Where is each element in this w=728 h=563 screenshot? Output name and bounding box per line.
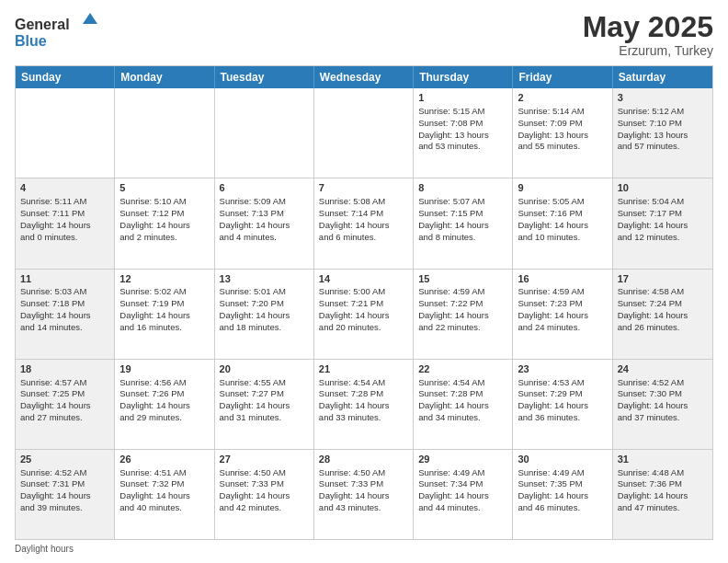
page-title: May 2025 [583,11,713,43]
day-info-line: Daylight: 14 hours [220,490,309,502]
day-info-line: Sunrise: 4:54 AM [319,377,408,389]
day-number: 16 [518,272,607,286]
day-info-line: Daylight: 14 hours [518,400,607,412]
day-cell-15: 15Sunrise: 4:59 AMSunset: 7:22 PMDayligh… [414,270,513,359]
svg-text:General: General [15,17,70,32]
day-number: 11 [20,272,109,286]
day-info-line: Daylight: 14 hours [119,310,209,322]
day-cell-27: 27Sunrise: 4:50 AMSunset: 7:33 PMDayligh… [215,450,314,539]
day-info-line: Sunset: 7:09 PM [518,118,607,130]
day-cell-23: 23Sunrise: 4:53 AMSunset: 7:29 PMDayligh… [513,360,612,449]
day-cell-22: 22Sunrise: 4:54 AMSunset: 7:28 PMDayligh… [414,360,513,449]
day-number: 12 [119,272,209,286]
day-info-line: Sunset: 7:18 PM [20,298,109,310]
day-info-line: Sunset: 7:13 PM [220,208,309,220]
day-cell-19: 19Sunrise: 4:56 AMSunset: 7:26 PMDayligh… [115,360,214,449]
day-info-line: Daylight: 14 hours [20,490,109,502]
day-info-line: and 34 minutes. [418,412,507,424]
day-info-line: Sunset: 7:32 PM [119,478,209,490]
day-info-line: and 31 minutes. [220,412,309,424]
day-info-line: Sunset: 7:24 PM [618,298,708,310]
day-cell-29: 29Sunrise: 4:49 AMSunset: 7:34 PMDayligh… [414,450,513,539]
day-info-line: and 44 minutes. [418,502,507,514]
day-info-line: and 46 minutes. [518,502,607,514]
title-area: May 2025 Erzurum, Turkey [583,11,713,58]
day-info-line: Sunrise: 5:04 AM [618,196,708,208]
calendar-week-1: 1Sunrise: 5:15 AMSunset: 7:08 PMDaylight… [16,88,712,178]
day-info-line: and 24 minutes. [518,322,607,334]
day-info-line: and 8 minutes. [418,232,507,244]
footer-note: Daylight hours [15,544,713,554]
day-info-line: Sunset: 7:29 PM [518,388,607,400]
day-info-line: Sunset: 7:22 PM [418,298,507,310]
day-info-line: Sunrise: 4:56 AM [119,377,209,389]
day-number: 30 [518,453,607,466]
day-info-line: and 29 minutes. [119,412,209,424]
day-info-line: and 10 minutes. [518,232,607,244]
day-number: 17 [618,272,708,286]
day-info-line: Daylight: 13 hours [418,130,507,142]
day-info-line: and 27 minutes. [20,412,109,424]
day-number: 4 [20,181,109,195]
day-number: 29 [418,453,507,466]
day-cell-1: 1Sunrise: 5:15 AMSunset: 7:08 PMDaylight… [414,88,513,178]
day-info-line: Sunrise: 4:57 AM [20,377,109,389]
day-number: 15 [418,272,507,286]
day-number: 28 [319,453,408,466]
calendar: SundayMondayTuesdayWednesdayThursdayFrid… [15,65,713,540]
day-number: 24 [618,362,708,376]
day-info-line: and 22 minutes. [418,322,507,334]
calendar-week-2: 4Sunrise: 5:11 AMSunset: 7:11 PMDaylight… [16,178,712,268]
header-day-wednesday: Wednesday [314,66,414,88]
day-info-line: Sunset: 7:28 PM [319,388,408,400]
day-info-line: Daylight: 13 hours [618,130,708,142]
day-info-line: Sunset: 7:16 PM [518,208,607,220]
header-day-sunday: Sunday [16,66,115,88]
day-info-line: Sunset: 7:10 PM [618,118,708,130]
day-number: 31 [618,453,708,466]
day-info-line: Daylight: 14 hours [418,220,507,232]
day-info-line: Daylight: 14 hours [220,220,309,232]
day-info-line: Daylight: 14 hours [319,400,408,412]
day-info-line: and 53 minutes. [418,141,507,153]
day-cell-14: 14Sunrise: 5:00 AMSunset: 7:21 PMDayligh… [314,270,414,359]
day-cell-16: 16Sunrise: 4:59 AMSunset: 7:23 PMDayligh… [513,270,612,359]
svg-text:Blue: Blue [15,33,47,49]
calendar-week-3: 11Sunrise: 5:03 AMSunset: 7:18 PMDayligh… [16,269,712,359]
day-info-line: Sunrise: 5:14 AM [518,106,607,118]
day-cell-2: 2Sunrise: 5:14 AMSunset: 7:09 PMDaylight… [513,88,612,178]
day-number: 8 [418,181,507,195]
day-cell-31: 31Sunrise: 4:48 AMSunset: 7:36 PMDayligh… [613,450,712,539]
day-number: 25 [20,453,109,466]
day-cell-21: 21Sunrise: 4:54 AMSunset: 7:28 PMDayligh… [314,360,414,449]
day-cell-30: 30Sunrise: 4:49 AMSunset: 7:35 PMDayligh… [513,450,612,539]
day-cell-26: 26Sunrise: 4:51 AMSunset: 7:32 PMDayligh… [115,450,214,539]
day-info-line: Sunrise: 4:53 AM [518,377,607,389]
day-cell-4: 4Sunrise: 5:11 AMSunset: 7:11 PMDaylight… [16,178,115,268]
day-info-line: Daylight: 14 hours [418,310,507,322]
day-info-line: and 57 minutes. [618,141,708,153]
day-cell-18: 18Sunrise: 4:57 AMSunset: 7:25 PMDayligh… [16,360,115,449]
day-info-line: and 47 minutes. [618,502,708,514]
day-info-line: Sunrise: 4:55 AM [220,377,309,389]
day-info-line: and 43 minutes. [319,502,408,514]
day-info-line: Sunset: 7:36 PM [618,478,708,490]
day-info-line: and 6 minutes. [319,232,408,244]
day-info-line: and 18 minutes. [220,322,309,334]
day-cell-6: 6Sunrise: 5:09 AMSunset: 7:13 PMDaylight… [215,178,314,268]
day-info-line: and 14 minutes. [20,322,109,334]
day-info-line: Sunset: 7:17 PM [618,208,708,220]
day-info-line: Sunset: 7:23 PM [518,298,607,310]
day-info-line: Daylight: 14 hours [20,400,109,412]
day-cell-12: 12Sunrise: 5:02 AMSunset: 7:19 PMDayligh… [115,270,214,359]
day-cell-13: 13Sunrise: 5:01 AMSunset: 7:20 PMDayligh… [215,270,314,359]
day-info-line: and 16 minutes. [119,322,209,334]
day-info-line: Sunset: 7:12 PM [119,208,209,220]
day-info-line: and 40 minutes. [119,502,209,514]
day-cell-9: 9Sunrise: 5:05 AMSunset: 7:16 PMDaylight… [513,178,612,268]
header-day-tuesday: Tuesday [215,66,314,88]
day-number: 14 [319,272,408,286]
day-info-line: Daylight: 14 hours [618,220,708,232]
day-info-line: Sunrise: 4:48 AM [618,467,708,479]
day-info-line: Sunrise: 4:50 AM [319,467,408,479]
